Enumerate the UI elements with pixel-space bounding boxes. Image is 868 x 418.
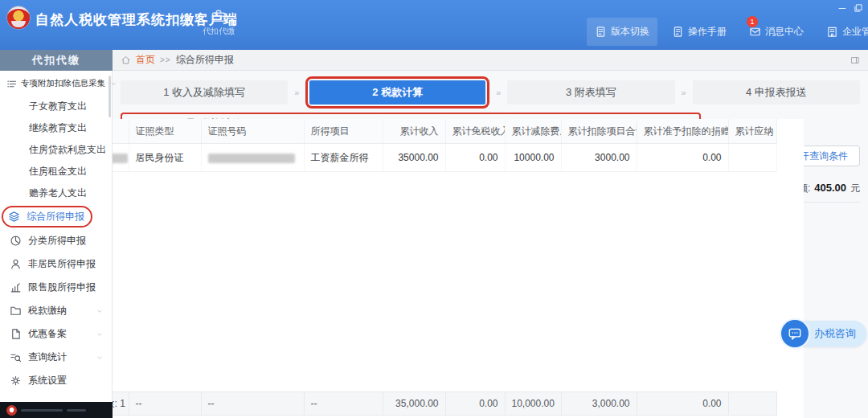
sidebar-item-label: 非居民所得申报 [28,257,96,271]
bar-chart-icon [10,281,22,293]
sidebar-item-label: 限售股所得申报 [28,281,96,294]
col-id-number[interactable]: 证照号码 [201,119,304,144]
total-row: -- 合计 记录数: 1 -- -- -- 35,000.00 0.00 10,… [8,392,776,416]
message-badge: 1 [747,16,758,27]
col-id-type[interactable]: 证照类型 [129,119,201,144]
tax-data-table: 工号 姓名 证照类型 证照号码 所得项目 累计收入 累计免税收入 累计减除费用 … [8,119,777,172]
col-income-item[interactable]: 所得项目 [304,119,383,144]
sidebar-subitem-child-education[interactable]: 子女教育支出 [0,96,112,117]
layers-icon [8,211,20,223]
minimize-icon[interactable]: ─ [838,2,845,14]
cell-deduction-total: 3000.00 [561,144,637,172]
window-controls: ─ [838,2,863,14]
manual-icon [672,26,684,38]
total-cell: -- [129,392,201,416]
sidebar-item-preferential-filing[interactable]: 优惠备案 [0,322,112,346]
sidebar-scrollbar[interactable] [108,76,111,117]
building-icon [826,26,838,38]
sidebar-item-query-statistics[interactable]: 查询统计 [0,346,112,369]
tax-consult-button[interactable]: 办税咨询 [783,321,866,346]
sidebar-item-label: 综合所得申报 [27,210,84,223]
sidebar-subitem-housing-rent[interactable]: 住房租金支出 [0,161,112,182]
sidebar-subitem-housing-loan-interest[interactable]: 住房贷款利息支出 [0,139,112,161]
restore-icon[interactable] [854,3,863,13]
list-icon [6,79,17,89]
footer-text-placeholder [67,409,86,412]
sidebar-item-label: 分类所得申报 [28,234,86,248]
menu-item-message-center[interactable]: 1 消息中心 [741,18,812,46]
chevron-down-icon [96,354,104,362]
sidebar-item-label: 优惠备案 [28,327,67,341]
table-total-row: -- 合计 记录数: 1 -- -- -- 35,000.00 0.00 10,… [8,391,777,416]
tax-consult-label: 办税咨询 [814,326,856,341]
col-deduction-expense[interactable]: 累计减除费用 [505,119,561,144]
document-icon [10,328,22,340]
total-deduction: 3,000.00 [561,392,637,416]
col-cumulative-income[interactable]: 累计收入 [383,119,445,144]
gear-icon [10,375,22,387]
briefcase-icon [210,8,227,24]
sidebar-item-restricted-stock[interactable]: 限售股所得申报 [0,276,112,299]
total-donation: 0.00 [637,392,728,416]
sidebar-subitem-continuing-education[interactable]: 继续教育支出 [0,117,112,139]
col-taxable-clipped[interactable]: 累计应纳 [728,119,776,144]
sidebar-section-special-deductions[interactable]: 专项附加扣除信息采集 [0,71,112,96]
mail-icon [749,26,761,38]
chevron-down-icon [96,307,104,315]
tab-tax-calculation[interactable]: 2 税款计算 [309,80,485,104]
mode-label: 代扣代缴 [203,26,235,37]
sidebar-item-classified-income[interactable]: 分类所得申报 [0,229,112,252]
col-deduction-total[interactable]: 累计扣除项目合计 [561,119,637,144]
footer-text-placeholder [21,409,63,412]
menu-item-enterprise[interactable]: 企业管理 [818,18,868,46]
sidebar-item-comprehensive-income[interactable]: 综合所得申报 [2,206,92,227]
breadcrumb-separator: >> [160,55,171,64]
menu-item-manual[interactable]: 操作手册 [664,18,735,46]
menu-label: 企业管理 [842,25,868,39]
table-row[interactable]: 居民身份证 工资薪金所得 35000.00 0.00 10000.00 3000… [8,144,776,172]
sidebar-item-system-settings[interactable]: 系统设置 [0,369,112,392]
tax-emblem-logo [7,6,30,29]
total-deduction-expense: 10,000.00 [505,392,561,416]
step-tabs: 1 收入及减除填写 » 2 税款计算 » 3 附表填写 » 4 申报表报送 [121,76,860,109]
table-header-row: 工号 姓名 证照类型 证照号码 所得项目 累计收入 累计免税收入 累计减除费用 … [8,119,776,144]
sidebar-item-label: 查询统计 [28,350,67,364]
header-menu: 版本切换 操作手册 1 消息中心 企业管理 [587,18,868,46]
sidebar-item-nonresident-income[interactable]: 非居民所得申报 [0,252,112,276]
home-icon [121,55,131,65]
annotation-highlight: 2 税款计算 [305,76,489,109]
search-icon [10,351,22,363]
tab-attachment[interactable]: 3 附表填写 [507,80,674,104]
redacted-id-number [208,154,295,163]
sidebar-item-tax-payment[interactable]: 税款缴纳 [0,299,112,322]
breadcrumb: 首页 >> 综合所得申报 [113,50,868,71]
step-separator: » [494,88,502,97]
total-tax-free: 0.00 [445,392,505,416]
chevron-down-icon [96,330,104,338]
sidebar: 专项附加扣除信息采集 子女教育支出 继续教育支出 住房贷款利息支出 住房租金支出… [0,71,113,418]
total-cell: -- [304,392,383,416]
sidebar-footer [0,402,113,418]
cell-income-item: 工资薪金所得 [304,144,383,172]
panel-toggle-icon[interactable] [850,55,860,65]
menu-label: 版本切换 [611,25,649,39]
col-donation-deduction[interactable]: 累计准予扣除的捐赠额 [637,119,728,144]
tab-income-deduction[interactable]: 1 收入及减除填写 [121,80,288,104]
menu-item-version-switch[interactable]: 版本切换 [587,18,657,46]
cell-tax-free-income: 0.00 [445,144,505,172]
app-header: 自然人税收管理系统扣缴客户端 代扣代缴 版本切换 操作手册 1 消息中心 企业管… [0,0,868,50]
breadcrumb-home[interactable]: 首页 [136,53,155,67]
cell-donation-deduction: 0.00 [637,144,728,172]
tab-submission[interactable]: 4 申报表报送 [693,80,860,104]
breadcrumb-current: 综合所得申报 [176,53,234,67]
sidebar-subitem-elderly-support[interactable]: 赡养老人支出 [0,182,112,204]
folder-icon [10,305,22,317]
cell-deduction-expense: 10000.00 [505,144,561,172]
data-table-panel: 工号 姓名 证照类型 证照号码 所得项目 累计收入 累计免税收入 累计减除费用 … [8,119,804,418]
step-separator: » [680,88,688,97]
header-mode-badge[interactable]: 代扣代缴 [203,8,235,37]
section-label: 专项附加扣除信息采集 [21,78,105,89]
sidebar-item-label: 系统设置 [28,374,67,387]
menu-label: 操作手册 [688,25,727,39]
col-tax-free-income[interactable]: 累计免税收入 [445,119,505,144]
